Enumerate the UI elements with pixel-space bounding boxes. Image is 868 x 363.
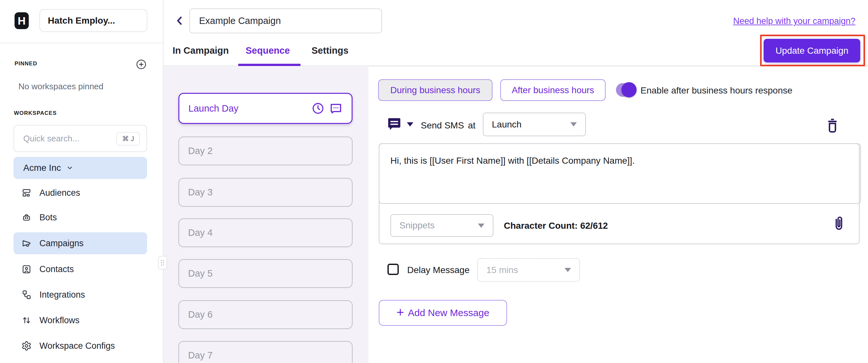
quick-search-box: ⌘ J <box>13 125 147 152</box>
gear-icon <box>21 341 32 351</box>
chevron-down-icon <box>478 224 485 228</box>
delay-duration-value: 15 mins <box>486 265 518 275</box>
after-hours-toggle[interactable] <box>616 83 636 97</box>
clock-icon <box>312 102 324 115</box>
sidebar-item-workflows[interactable]: Workflows <box>13 309 147 331</box>
day-card-launch-day[interactable]: Launch Day <box>178 93 352 124</box>
sidebar-item-label: Integrations <box>39 290 85 300</box>
paperclip-icon <box>832 215 846 233</box>
chevron-left-icon <box>174 15 186 27</box>
day-card-day-7[interactable]: Day 7 <box>178 341 352 363</box>
sidebar-item-label: Campaigns <box>39 239 84 249</box>
send-at-select[interactable]: Launch <box>483 113 586 136</box>
day-card-label: Day 6 <box>188 309 213 320</box>
org-selector[interactable]: Acme Inc <box>13 157 147 179</box>
sms-message-icon <box>386 116 402 132</box>
hatch-logo[interactable]: H <box>14 12 29 29</box>
sidebar: H Hatch Employ... PINNED No workspaces p… <box>0 0 163 363</box>
pinned-empty-text: No workspaces pinned <box>19 82 103 91</box>
day-card-label: Day 7 <box>188 350 213 361</box>
chevron-down-icon <box>66 164 73 171</box>
day-card-day-3[interactable]: Day 3 <box>178 178 352 207</box>
integrations-icon <box>21 289 32 300</box>
plus-circle-icon <box>136 59 147 70</box>
during-business-hours-button[interactable]: During business hours <box>378 79 493 101</box>
sidebar-item-label: Workspace Configs <box>39 341 115 351</box>
add-pinned-button[interactable] <box>136 59 147 70</box>
day-card-day-6[interactable]: Day 6 <box>178 300 352 329</box>
sidebar-item-label: Workflows <box>39 315 80 326</box>
sidebar-item-contacts[interactable]: Contacts <box>13 258 147 280</box>
day-card-day-2[interactable]: Day 2 <box>178 137 352 165</box>
chevron-down-icon <box>570 122 577 127</box>
delay-duration-select[interactable]: 15 mins <box>477 258 580 282</box>
grip-dots-icon <box>160 259 165 267</box>
tab-sequence[interactable]: Sequence <box>246 44 290 58</box>
send-type-label: Send SMS <box>421 120 464 131</box>
sidebar-item-integrations[interactable]: Integrations <box>13 284 147 306</box>
delay-message-label: Delay Message <box>407 265 469 275</box>
chevron-down-icon <box>407 122 413 127</box>
contact-card-icon <box>21 264 32 274</box>
delete-message-button[interactable] <box>825 117 840 134</box>
message-type-dropdown[interactable] <box>386 116 413 132</box>
bot-icon <box>21 212 32 223</box>
day-card-icons <box>312 102 343 115</box>
audiences-icon <box>21 188 32 198</box>
day-card-label: Day 5 <box>188 268 213 279</box>
tab-settings[interactable]: Settings <box>312 44 348 58</box>
day-card-day-5[interactable]: Day 5 <box>178 259 352 288</box>
day-card-label: Day 3 <box>188 187 213 198</box>
sidebar-item-workspace-configs[interactable]: Workspace Configs <box>13 335 147 357</box>
sidebar-item-label: Contacts <box>39 264 74 274</box>
chat-bubble-icon <box>329 102 343 115</box>
after-hours-toggle-label: Enable after business hours response <box>641 85 793 96</box>
add-new-message-label: Add New Message <box>408 307 489 318</box>
day-card-day-4[interactable]: Day 4 <box>178 218 352 247</box>
day-card-label: Day 2 <box>188 146 213 156</box>
sidebar-item-audiences[interactable]: Audiences <box>13 182 147 204</box>
plus-icon: + <box>397 306 404 319</box>
chevron-down-icon <box>564 268 571 272</box>
toggle-knob <box>621 82 637 97</box>
at-label: at <box>468 120 475 131</box>
search-shortcut-badge: ⌘ J <box>116 132 140 146</box>
snippets-placeholder: Snippets <box>399 220 435 231</box>
org-name: Acme Inc <box>23 163 61 173</box>
after-business-hours-button[interactable]: After business hours <box>500 79 606 101</box>
message-editor-panel: During business hours After business hou… <box>368 67 868 363</box>
attach-file-button[interactable] <box>832 215 847 234</box>
page-header: In Campaign Sequence Settings Need help … <box>163 0 868 66</box>
sidebar-divider <box>0 43 163 44</box>
delay-message-checkbox[interactable] <box>388 264 399 275</box>
workspaces-section-label: WORKSPACES <box>14 110 57 116</box>
message-body-textarea[interactable]: Hi, this is [[User First Name]] with [[D… <box>379 143 861 204</box>
workspace-title-button[interactable]: Hatch Employ... <box>39 9 147 32</box>
trash-icon <box>825 117 840 134</box>
sidebar-item-label: Audiences <box>39 188 80 198</box>
sidebar-item-campaigns[interactable]: Campaigns <box>13 232 147 254</box>
sidebar-item-label: Bots <box>39 213 57 223</box>
snippets-select[interactable]: Snippets <box>391 214 493 237</box>
sidebar-resize-handle[interactable] <box>158 256 167 270</box>
add-new-message-button[interactable]: + Add New Message <box>379 300 507 326</box>
back-button[interactable] <box>173 13 187 28</box>
day-card-label: Day 4 <box>188 227 213 238</box>
sequence-day-list: Launch Day Day 2 Day 3 Day 4 Day 5 Day 6… <box>163 67 368 363</box>
help-link[interactable]: Need help with your campaign? <box>733 16 856 26</box>
campaign-name-input[interactable] <box>189 8 382 33</box>
pinned-section-label: PINNED <box>14 60 37 67</box>
sidebar-item-bots[interactable]: Bots <box>13 206 147 228</box>
day-card-label: Launch Day <box>188 103 239 114</box>
active-tab-indicator <box>238 64 301 66</box>
arrows-up-down-icon <box>21 315 32 326</box>
app-window: H Hatch Employ... PINNED No workspaces p… <box>0 0 868 363</box>
update-campaign-button[interactable]: Update Campaign <box>764 39 860 62</box>
megaphone-icon <box>21 238 32 249</box>
send-at-value: Launch <box>492 119 522 130</box>
tab-in-campaign[interactable]: In Campaign <box>173 44 229 58</box>
message-card: Hi, this is [[User First Name]] with [[D… <box>379 143 860 244</box>
character-count: Character Count: 62/612 <box>504 221 608 231</box>
